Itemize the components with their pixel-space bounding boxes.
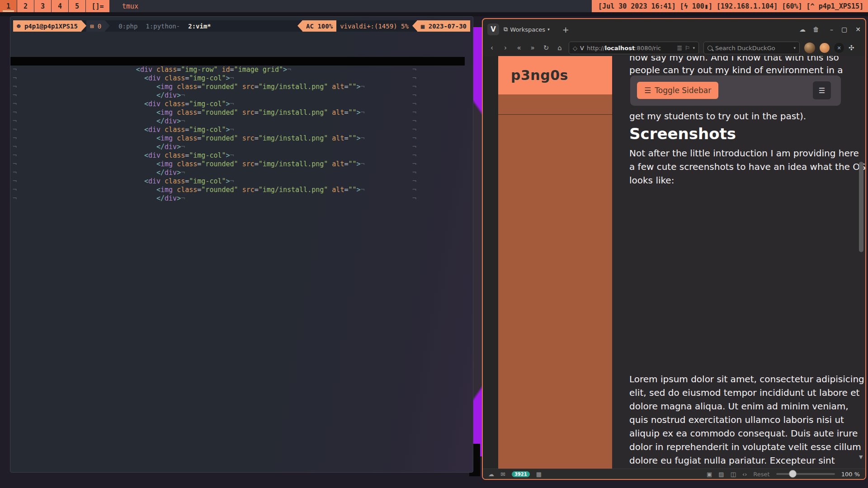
back-button[interactable]: ‹ bbox=[487, 44, 496, 52]
workspace-button-4[interactable]: 4 bbox=[52, 0, 68, 12]
vim-token: div bbox=[148, 74, 160, 82]
vivaldi-browser-window[interactable]: V ⧉ Workspaces ▾ + ☁ 🗑 – ▢ ✕ ‹ › « bbox=[482, 18, 866, 480]
vim-token: ¬ bbox=[361, 160, 365, 168]
page-scrollbar[interactable]: ▼ bbox=[859, 59, 863, 466]
focused-window-title: tmux bbox=[109, 0, 138, 12]
workspace-button-2[interactable]: 2 bbox=[17, 0, 34, 12]
vivaldi-logo-icon[interactable]: V bbox=[487, 23, 499, 35]
url-field[interactable]: ◇ V http://localhost:8080/ric ☰ ⚐ ▾ bbox=[569, 42, 699, 54]
search-field[interactable]: Search DuckDuckGo ▾ bbox=[703, 42, 800, 54]
close-button[interactable]: ✕ bbox=[855, 26, 861, 33]
vim-code: <div class="img-col">¬ bbox=[22, 100, 234, 108]
forward-button[interactable]: › bbox=[501, 44, 510, 52]
workspace-button-1[interactable]: 1 bbox=[0, 0, 17, 12]
tmux-window-2:vim*[interactable]: 2:vim* bbox=[184, 23, 215, 30]
vim-token: ¬ bbox=[361, 83, 365, 91]
minimize-button[interactable]: – bbox=[830, 26, 833, 33]
ip-segment: [192.168.1.104] bbox=[717, 2, 778, 10]
eol-marker: ¬ bbox=[13, 177, 17, 186]
vim-token: > bbox=[357, 160, 361, 168]
toggle-sidebar-button[interactable]: ☰ Toggle Sidebar bbox=[637, 82, 718, 99]
vim-token: > bbox=[357, 134, 361, 142]
terminal-window[interactable]: ☻ p4p1@p4p1XPS15 ⊞ 0 0:php1:python-2:vim… bbox=[10, 16, 473, 473]
eol-marker: ¬ bbox=[13, 194, 17, 203]
i3-status-bar: 12345 []= tmux [Jul 30 2023 16:41][ϟ 100… bbox=[0, 0, 868, 12]
site-v-icon: V bbox=[580, 45, 584, 52]
site-logo[interactable]: p3ng0s bbox=[498, 56, 612, 94]
maximize-button[interactable]: ▢ bbox=[841, 26, 847, 33]
vim-code: <img class="rounded" src="img/install.pn… bbox=[22, 186, 365, 194]
vim-token: < bbox=[144, 100, 148, 108]
reader-list-icon[interactable]: ☰ bbox=[677, 45, 682, 52]
vim-line: ¬<img class="rounded" src="img/install.p… bbox=[10, 83, 473, 91]
tiling-icon[interactable]: ◫ bbox=[731, 471, 736, 478]
code-icon[interactable]: ‹› bbox=[742, 471, 747, 478]
blocked-sync-icon[interactable]: ✕ bbox=[834, 43, 844, 53]
vim-token: src bbox=[242, 83, 255, 91]
eol-marker: ¬ bbox=[412, 126, 416, 134]
vim-token bbox=[328, 134, 332, 142]
vim-token: div bbox=[165, 194, 177, 202]
hamburger-menu-button[interactable]: ☰ bbox=[813, 81, 831, 99]
mail-icon[interactable]: ✉ bbox=[500, 471, 505, 478]
tmux-window-1:python-[interactable]: 1:python- bbox=[142, 23, 184, 30]
account-icon[interactable] bbox=[820, 43, 830, 53]
eol-marker: ¬ bbox=[412, 169, 416, 177]
eol-marker: ¬ bbox=[412, 186, 416, 194]
eol-marker: ¬ bbox=[13, 143, 17, 151]
vivaldi-panel-strip bbox=[483, 56, 499, 469]
zoom-slider[interactable] bbox=[776, 473, 835, 475]
redacted-line bbox=[10, 57, 465, 66]
vim-token bbox=[173, 160, 177, 168]
vim-token: > bbox=[357, 83, 361, 91]
workspace-button-3[interactable]: 3 bbox=[34, 0, 51, 12]
powerline-separator bbox=[297, 20, 302, 31]
vim-token: "img/install.png" bbox=[259, 108, 328, 117]
zoom-slider-knob[interactable] bbox=[789, 470, 797, 478]
site-main-content: now say my own. And I know that with thi… bbox=[612, 56, 865, 469]
vim-buffer[interactable]: ¬<div class="img-row" id="image grid">¬¬… bbox=[10, 57, 473, 203]
vim-token: ¬ bbox=[361, 134, 365, 142]
search-dropdown-icon[interactable]: ▾ bbox=[793, 46, 796, 50]
eol-marker: ¬ bbox=[412, 143, 416, 151]
tmux-window-0:php[interactable]: 0:php bbox=[114, 23, 142, 30]
sync-cloud-icon[interactable]: ☁ bbox=[799, 26, 806, 33]
scrollbar-thumb[interactable] bbox=[859, 162, 863, 252]
trash-icon[interactable]: 🗑 bbox=[813, 26, 819, 33]
url-dropdown-icon[interactable]: ▾ bbox=[693, 46, 695, 50]
vim-token: < bbox=[156, 134, 160, 142]
fast-forward-button[interactable]: » bbox=[528, 44, 537, 52]
vim-token: "rounded" bbox=[201, 186, 238, 194]
vim-token: class bbox=[165, 151, 185, 160]
site-sidebar: p3ng0s bbox=[498, 56, 612, 469]
zoom-reset-label[interactable]: Reset bbox=[753, 471, 769, 478]
vim-token: alt bbox=[332, 160, 344, 168]
scrollbar-down-arrow-icon[interactable]: ▼ bbox=[859, 454, 863, 460]
shield-icon: ◇ bbox=[573, 45, 577, 52]
vim-line: ¬</div>¬¬ bbox=[10, 117, 473, 126]
vim-token bbox=[238, 83, 242, 91]
bookmark-flag-icon[interactable]: ⚐ bbox=[685, 45, 690, 52]
workspaces-menu[interactable]: ⧉ Workspaces ▾ bbox=[502, 26, 552, 33]
vim-token bbox=[173, 186, 177, 194]
host-segment: [^ p4p1_XPS15] bbox=[807, 2, 863, 10]
vim-token: = bbox=[185, 126, 189, 134]
calendar-icon[interactable]: ▦ bbox=[536, 471, 542, 478]
web-page: p3ng0s now say my own. And I know that w… bbox=[498, 56, 865, 469]
vim-token: = bbox=[255, 108, 259, 117]
page-actions-image-icon[interactable]: ▨ bbox=[718, 471, 724, 478]
sync-cloud-icon[interactable]: ☁ bbox=[488, 471, 494, 478]
home-button[interactable]: ⌂ bbox=[555, 44, 564, 52]
vim-token: > bbox=[177, 194, 181, 202]
new-tab-button[interactable]: + bbox=[562, 25, 569, 34]
reload-button[interactable]: ↻ bbox=[542, 44, 551, 52]
eol-marker: ¬ bbox=[412, 83, 416, 91]
extensions-icon[interactable]: ✣ bbox=[849, 44, 854, 52]
rewind-button[interactable]: « bbox=[514, 44, 524, 52]
profile-avatar[interactable] bbox=[804, 42, 815, 53]
vim-token: div bbox=[148, 126, 160, 134]
workspace-button-5[interactable]: 5 bbox=[69, 0, 85, 12]
vim-token: < bbox=[144, 177, 148, 185]
vim-token: "image grid" bbox=[234, 66, 283, 74]
capture-icon[interactable]: ▣ bbox=[707, 471, 712, 478]
